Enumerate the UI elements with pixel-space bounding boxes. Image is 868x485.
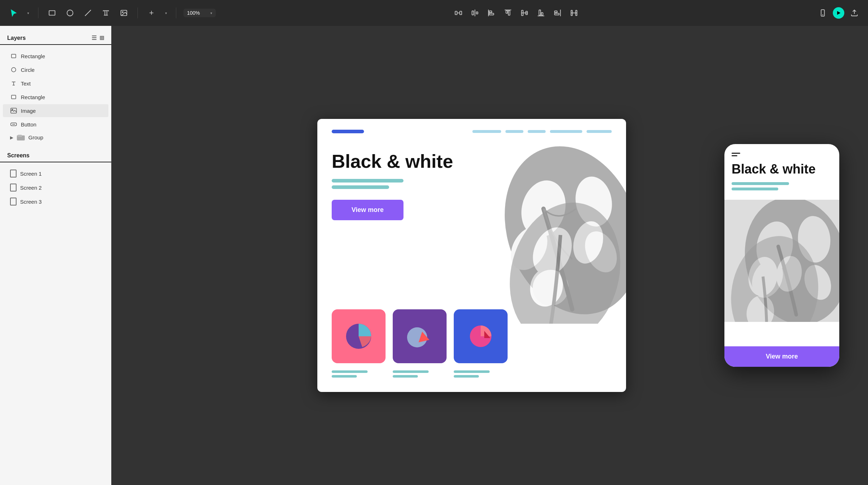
layer-item-rectangle-1[interactable]: Rectangle xyxy=(3,50,108,63)
card-3-labels xyxy=(454,370,508,378)
menu-line-2 xyxy=(732,155,737,156)
svg-rect-10 xyxy=(476,12,478,14)
layer-item-rectangle-2[interactable]: Rectangle xyxy=(3,91,108,103)
card-3-label-2 xyxy=(454,375,479,378)
svg-rect-32 xyxy=(11,54,16,58)
header-nav-pills xyxy=(472,130,612,133)
line-tool[interactable] xyxy=(81,6,94,19)
layer-label-circle: Circle xyxy=(21,67,34,73)
screen-1-icon xyxy=(10,170,17,177)
align-spread-tool[interactable] xyxy=(568,6,580,19)
image-layer-icon xyxy=(10,107,17,114)
button-layer-icon xyxy=(10,121,17,128)
layer-item-image[interactable]: Image xyxy=(3,104,108,117)
align-hcenter-tool[interactable] xyxy=(468,6,481,19)
rectangle-layer-icon xyxy=(10,52,17,60)
mobile-subtitle-lines xyxy=(732,182,832,190)
screen-3-icon xyxy=(10,198,17,205)
subtitle-line-2 xyxy=(332,185,389,189)
svg-point-4 xyxy=(122,11,123,13)
svg-marker-31 xyxy=(837,11,840,15)
align-right-tool[interactable] xyxy=(551,6,564,19)
align-vcenter-tool[interactable] xyxy=(518,6,531,19)
align-distribute-tool[interactable] xyxy=(452,6,465,19)
screen-2-icon xyxy=(10,184,17,191)
select-tool[interactable] xyxy=(7,6,20,19)
text-tool[interactable] xyxy=(99,6,112,19)
svg-rect-12 xyxy=(489,11,491,13)
align-bottom-tool[interactable] xyxy=(535,6,547,19)
layer-item-circle[interactable]: Circle xyxy=(3,63,108,76)
main-area: Layers ☰ ⊞ Rectangle Circle xyxy=(0,26,868,485)
card-3-label-1 xyxy=(454,370,490,373)
screen-3-label: Screen 3 xyxy=(20,199,42,205)
nav-pill-4 xyxy=(550,130,582,133)
layers-section-header: Layers ☰ ⊞ xyxy=(0,34,111,45)
svg-rect-16 xyxy=(508,11,510,15)
add-dropdown[interactable]: ▾ xyxy=(163,6,169,19)
play-btn[interactable] xyxy=(833,7,844,19)
canvas-card-2[interactable] xyxy=(393,309,447,363)
layer-item-text[interactable]: Text xyxy=(3,77,108,90)
canvas-card-1[interactable] xyxy=(332,309,386,363)
mobile-bottom-section: View more xyxy=(724,346,839,367)
svg-rect-5 xyxy=(455,11,457,14)
canvas-view-more-btn[interactable]: View more xyxy=(332,200,403,220)
layer-item-button[interactable]: Button xyxy=(3,118,108,131)
mobile-menu-icon[interactable] xyxy=(732,153,740,156)
canvas-header-bar xyxy=(332,130,612,133)
zoom-control[interactable]: 100% ▾ xyxy=(183,9,216,17)
share-btn[interactable] xyxy=(848,6,861,19)
svg-rect-24 xyxy=(554,11,557,13)
circle-tool[interactable] xyxy=(64,6,76,19)
layer-label-text: Text xyxy=(21,80,31,87)
align-left-tool[interactable] xyxy=(485,6,498,19)
menu-line-1 xyxy=(732,153,740,154)
circle-layer-icon xyxy=(10,66,17,73)
layers-header-icons: ☰ ⊞ xyxy=(92,34,104,41)
screen-item-2[interactable]: Screen 2 xyxy=(3,181,108,194)
toolbar-right xyxy=(816,6,861,19)
mobile-top-section: Black & white xyxy=(724,144,839,200)
image-tool[interactable] xyxy=(117,6,130,19)
svg-rect-9 xyxy=(472,11,473,15)
toolbar-tools-left: ▾ xyxy=(7,6,216,19)
mobile-preview: Black & white xyxy=(724,144,839,367)
layer-item-group[interactable]: ▶ Group xyxy=(3,131,108,143)
svg-rect-22 xyxy=(541,13,543,15)
group-folder-icon xyxy=(17,135,25,140)
mobile-line-2 xyxy=(732,188,778,190)
layer-label-image: Image xyxy=(21,108,36,114)
mobile-preview-btn[interactable] xyxy=(816,6,829,19)
layer-label-rectangle-1: Rectangle xyxy=(21,53,45,59)
rectangle-tool[interactable] xyxy=(46,6,59,19)
svg-line-2 xyxy=(85,10,91,16)
svg-point-1 xyxy=(67,10,73,16)
leaf-graphic xyxy=(472,137,626,324)
select-dropdown[interactable]: ▾ xyxy=(25,6,31,19)
layers-title: Layers xyxy=(7,35,26,41)
mobile-view-more-label[interactable]: View more xyxy=(766,353,798,360)
card-1-labels xyxy=(332,370,386,378)
rectangle2-layer-icon xyxy=(10,93,17,101)
layer-label-rectangle-2: Rectangle xyxy=(21,94,45,100)
canvas-subtitle-lines xyxy=(332,179,475,189)
canvas-hero: Black & white View more xyxy=(332,151,475,220)
screen-item-1[interactable]: Screen 1 xyxy=(3,167,108,180)
text-layer-icon xyxy=(10,80,17,87)
divider-1 xyxy=(38,8,38,18)
layers-list-icon[interactable]: ☰ xyxy=(92,34,97,41)
layer-label-button: Button xyxy=(21,121,36,128)
sidebar: Layers ☰ ⊞ Rectangle Circle xyxy=(0,26,111,485)
design-canvas: Black & white View more xyxy=(317,119,626,392)
align-top-tool[interactable] xyxy=(501,6,514,19)
add-tool[interactable]: + xyxy=(145,6,158,19)
svg-rect-34 xyxy=(11,95,16,99)
screen-2-label: Screen 2 xyxy=(20,185,42,191)
canvas-card-3[interactable] xyxy=(454,309,508,363)
divider-3 xyxy=(176,8,176,18)
screen-item-3[interactable]: Screen 3 xyxy=(3,195,108,208)
canvas-area: Black & white View more xyxy=(111,26,868,485)
screen-1-label: Screen 1 xyxy=(20,171,42,177)
layers-grid-icon[interactable]: ⊞ xyxy=(99,34,104,41)
